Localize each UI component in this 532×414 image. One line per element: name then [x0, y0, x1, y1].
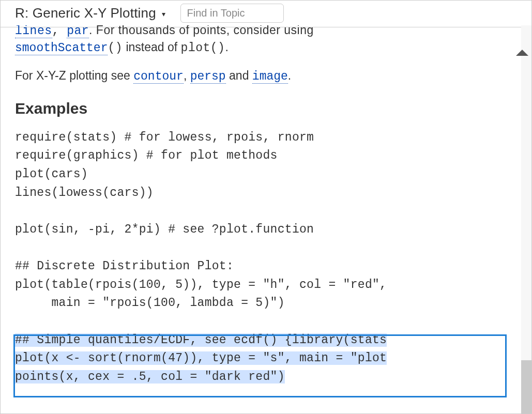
- find-in-topic-input[interactable]: [180, 4, 284, 23]
- svg-marker-0: [516, 50, 528, 56]
- partial-cutoff-line: lines, par. For thousands of points, con…: [15, 25, 511, 39]
- code-line-selected: ## Simple quantiles/ECDF, see ecdf() {li…: [15, 333, 387, 347]
- code-line: plot(table(rpois(100, 5)), type = "h", c…: [15, 278, 387, 292]
- examples-code[interactable]: require(stats) # for lowess, rpois, rnor…: [15, 129, 511, 387]
- code-plot: plot(): [181, 41, 225, 55]
- code-line-selected: plot(x <- sort(rnorm(47)), type = "s", m…: [15, 351, 387, 365]
- line-smoothscatter: smoothScatter() instead of plot().: [15, 39, 511, 56]
- text: .: [225, 40, 228, 54]
- code-line: plot(sin, -pi, 2*pi) # see ?plot.functio…: [15, 223, 314, 236]
- text: ,: [184, 69, 190, 82]
- link-lines[interactable]: lines: [15, 25, 52, 38]
- content-area: lines, par. For thousands of points, con…: [15, 25, 511, 413]
- link-persp[interactable]: persp: [190, 70, 226, 84]
- scrollbar-track[interactable]: [521, 25, 531, 413]
- link-smoothscatter[interactable]: smoothScatter: [15, 41, 108, 55]
- link-contour[interactable]: contour: [133, 70, 184, 84]
- code-line: require(graphics) # for plot methods: [15, 149, 278, 162]
- heading-examples: Examples: [15, 98, 511, 119]
- caret-down-icon: ▾: [162, 10, 165, 18]
- text: ,: [52, 25, 67, 38]
- scrollbar-thumb[interactable]: [521, 360, 531, 414]
- code-line: ## Discrete Distribution Plot:: [15, 259, 234, 273]
- para-xyz: For X-Y-Z plotting see contour, persp an…: [15, 68, 511, 85]
- text: (): [108, 41, 123, 55]
- code-line-selected: points(x, cex = .5, col = "dark red"): [15, 370, 285, 384]
- text: . For thousands of points, consider usin…: [89, 25, 314, 37]
- topic-title-text: R: Generic X-Y Plotting: [15, 5, 156, 21]
- text: For X-Y-Z plotting see: [15, 69, 133, 82]
- link-par[interactable]: par: [67, 25, 89, 38]
- link-image[interactable]: image: [252, 70, 288, 84]
- code-line: plot(cars): [15, 167, 88, 181]
- text: .: [288, 69, 291, 82]
- topbar: R: Generic X-Y Plotting ▾: [1, 1, 531, 27]
- text: instead of: [123, 40, 181, 54]
- code-line: main = "rpois(100, lambda = 5)"): [15, 296, 285, 310]
- topic-title[interactable]: R: Generic X-Y Plotting ▾: [15, 5, 166, 21]
- code-line: require(stats) # for lowess, rpois, rnor…: [15, 131, 314, 144]
- help-pane: R: Generic X-Y Plotting ▾ lines, par. Fo…: [0, 0, 532, 414]
- scroll-up-button[interactable]: [514, 46, 530, 59]
- text: and: [226, 69, 252, 82]
- code-line: lines(lowess(cars)): [15, 186, 154, 200]
